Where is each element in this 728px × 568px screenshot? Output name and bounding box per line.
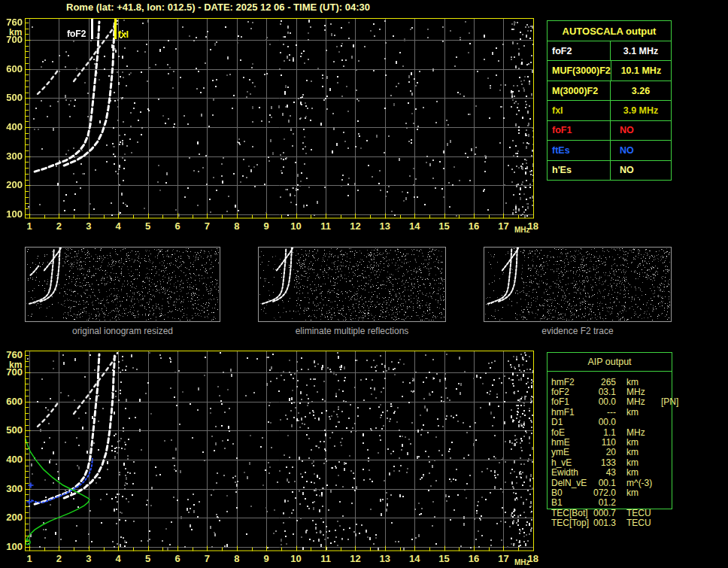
station-title: Rome (lat: +41.8, lon: 012.5) - DATE: 20… [66,2,370,13]
aip-unit: km [626,488,660,498]
top-x-tick-label: 12 [347,220,363,232]
fof2-marker-label: foF2 [67,29,86,39]
bottom-x-tick-label: 9 [258,553,275,564]
aip-row: hmF1---km [547,407,697,417]
top-x-tick-label: 2 [50,220,67,232]
bottom-x-tick-label: 2 [50,553,67,564]
autoscala-param: foF2 [548,41,611,60]
autoscala-param: foF1 [548,121,611,140]
aip-unit: km [626,437,660,448]
bottom-ionogram-canvas [25,351,534,552]
panel-eliminate-caption: eliminate multiple reflections [258,326,446,336]
bottom-x-tick-label: 12 [347,553,363,564]
fxi-marker-label: fxI [118,29,129,40]
bottom-y-tick-label: 700 [0,366,23,378]
autoscala-value: NO [611,141,671,159]
aip-val: 110 [589,437,616,448]
aip-row: DelN_vE00.1m^(-3) [547,478,697,488]
top-x-tick-label: 1 [21,220,38,232]
aip-param: B0 [547,488,589,498]
autoscala-row: M(3000)F23.26 [548,80,671,100]
aip-note: [PN] [661,396,678,407]
autoscala-value: 3.9 MHz [611,101,671,120]
top-x-tick-label: 8 [229,220,245,232]
autoscala-value: NO [611,161,671,180]
bottom-y-tick-label: 300 [0,483,23,494]
top-x-tick-label: 4 [110,220,126,232]
autoscala-row: h'EsNO [548,160,671,180]
aip-val: 133 [589,457,616,468]
aip-unit: TECU [626,508,660,518]
autoscala-param: h'Es [548,161,611,180]
autoscala-param: M(3000)F2 [548,81,611,100]
bottom-x-tick-label: 16 [466,553,482,564]
aip-row: foE1.1MHz [547,427,697,437]
top-x-tick-label: 9 [258,220,275,232]
panel-evidence-f2-canvas [484,247,672,322]
bottom-x-tick-label: 18 [525,553,541,564]
aip-unit: MHz [626,427,660,438]
autoscala-param: fxI [548,101,611,120]
top-x-tick-label: 18 [525,220,541,232]
aip-val: 03.1 [589,387,616,397]
aip-table: AIP output hmF2265kmfoF203.1MHzfoF100.0M… [547,352,672,529]
aip-param: foF2 [547,387,589,397]
bottom-x-tick-label: 14 [406,553,423,564]
top-x-tick-label: 17 [495,220,511,232]
autoscala-row: foF23.1 MHz [548,41,671,60]
aip-val: 265 [589,377,616,387]
panel-eliminate-reflections-canvas [258,247,446,322]
top-x-tick-label: 14 [406,220,423,232]
bottom-x-tick-label: 13 [377,553,393,564]
aip-param: Ewidth [547,467,589,478]
bottom-y-tick-label: 100 [0,541,23,552]
aip-row: hmE110km [547,437,697,447]
aip-row: h_vE133km [547,457,697,467]
aip-row: B101.2 [547,498,697,508]
aip-param: hmF2 [547,377,589,387]
aip-row: B0072.0km [547,488,697,497]
autoscala-table-header: AUTOSCALA output [548,21,671,41]
aip-val: 00.0 [589,417,616,427]
top-x-tick-label: 16 [466,220,482,232]
aip-param: B1 [547,497,589,508]
aip-unit: km [626,407,660,418]
aip-val: 001.3 [589,518,616,528]
aip-val: 1.1 [589,427,616,438]
aip-param: h_vE [547,457,589,468]
bottom-x-tick-label: 7 [199,553,215,564]
aip-unit: km [626,377,660,387]
aip-unit: km [626,467,660,478]
panel-original-ionogram-canvas [25,247,220,322]
aip-param: DelN_vE [547,478,589,488]
top-x-tick-label: 7 [199,220,215,232]
bottom-x-tick-label: 6 [169,553,186,564]
bottom-x-tick-label: 11 [317,553,334,564]
bottom-x-tick-label: 3 [80,553,97,564]
top-x-tick-label: 10 [288,220,305,232]
autoscala-param: MUF(3000)F2 [548,61,611,80]
aip-unit: MHz [626,387,660,397]
aip-unit: km [626,447,660,457]
aip-param: foE [547,427,589,438]
bottom-x-tick-label: 4 [110,553,126,564]
top-x-tick-label: 11 [317,220,334,232]
bottom-x-tick-label: 8 [229,553,245,564]
bottom-x-tick-label: 1 [21,553,38,564]
autoscala-value: 10.1 MHz [611,61,671,80]
top-y-tick-label: 700 [0,34,23,45]
aip-param: hmF1 [547,407,589,418]
aip-row: foF203.1MHz [547,387,697,396]
bottom-x-tick-label: 15 [436,553,453,564]
bottom-y-tick-label: 500 [0,424,23,436]
aip-val: --- [589,407,616,418]
top-x-tick-label: 13 [377,220,393,232]
aip-param: ymE [547,447,589,457]
aip-unit: TECU [626,518,660,528]
autoscala-table: AUTOSCALA output foF23.1 MHzMUF(3000)F21… [547,20,672,181]
top-y-tick-label: 500 [0,92,23,103]
bottom-x-tick-label: 5 [140,553,156,564]
top-y-tick-label: 300 [0,150,23,162]
aip-header-divider [547,371,672,372]
autoscala-row: foF1NO [548,120,671,140]
